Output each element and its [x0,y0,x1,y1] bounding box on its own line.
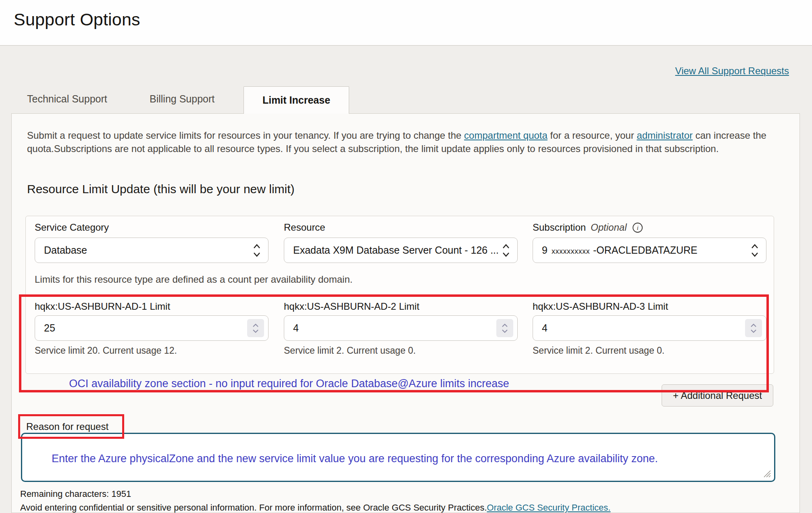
reason-textarea[interactable]: Enter the Azure physicalZone and the new… [22,434,774,481]
service-category-label: Service Category [35,222,269,233]
intro-text-1: Submit a request to update service limit… [27,130,464,141]
ad3-limit-value: 4 [542,322,745,334]
ad1-limit-label: hqkx:US-ASHBURN-AD-1 Limit [35,301,170,312]
intro-text-2: for a resource, your [548,130,637,141]
remaining-characters: Remaining characters: 1951 [20,489,131,499]
chevron-up-icon [252,323,259,327]
limits-note: Limits for this resource type are define… [35,274,352,285]
chevron-updown-icon [502,244,510,257]
resource-limit-form: Service Category Database Resource Exada… [25,216,774,374]
subscription-masked-id: xxxxxxxxxx [548,247,593,255]
subscription-optional-label: Optional [591,222,627,233]
chevron-down-icon [502,329,508,333]
subscription-field: Subscription Optional i 9xxxxxxxxxx-ORAC… [533,222,766,263]
ad2-limit-help: Service limit 2. Current usage 0. [284,345,416,356]
chevron-updown-icon [253,244,261,257]
subscription-label: Subscription [533,222,586,233]
chevron-down-icon [252,329,259,333]
administrator-link[interactable]: administrator [637,130,693,141]
additional-request-button[interactable]: + Additional Request [662,384,773,407]
ad3-limit-stepper[interactable] [745,319,762,337]
chevron-updown-icon [751,244,759,257]
service-category-select[interactable]: Database [35,238,269,263]
resource-limit-update-heading: Resource Limit Update (this will be your… [27,182,295,196]
subscription-select[interactable]: 9xxxxxxxxxx-ORACLEDBATAZURE [533,238,766,263]
ad2-limit-value: 4 [293,322,496,334]
resource-label: Resource [284,222,518,233]
chevron-up-icon [502,323,508,327]
resize-handle-icon[interactable] [762,468,772,479]
support-options-page: Support Options View All Support Request… [0,0,812,513]
ad2-limit-input[interactable]: 4 [284,315,518,341]
azure-zone-annotation: OCI availability zone section - no input… [27,377,551,390]
info-icon[interactable]: i [632,222,643,233]
ad1-limit-value: 25 [44,322,247,334]
service-category-value: Database [44,244,253,256]
page-title: Support Options [14,10,140,29]
compartment-quota-link[interactable]: compartment quota [464,130,548,141]
ad2-limit-label: hqkx:US-ASHBURN-AD-2 Limit [284,301,419,312]
ad2-limit-stepper[interactable] [496,319,513,337]
subscription-value: 9xxxxxxxxxx-ORACLEDBATAZURE [542,244,751,256]
ad1-limit-help: Service limit 20. Current usage 12. [35,345,177,356]
chevron-up-icon [750,323,757,327]
svg-text:i: i [637,225,639,231]
reason-for-request-label: Reason for request [26,421,108,432]
ad3-limit-help: Service limit 2. Current usage 0. [533,345,664,356]
tab-limit-increase[interactable]: Limit Increase [244,86,349,114]
security-notice: Avoid entering confidential or sensitive… [20,503,610,513]
intro-text: Submit a request to update service limit… [27,129,771,155]
reason-textarea-wrap: Enter the Azure physicalZone and the new… [21,433,775,482]
gcs-security-practices-link[interactable]: Oracle GCS Security Practices. [487,503,611,513]
service-category-field: Service Category Database [35,222,269,263]
security-notice-text: Avoid entering confidential or sensitive… [20,503,487,513]
resource-select[interactable]: Exadata X9M Database Server Count - 126 … [284,238,518,263]
resource-field: Resource Exadata X9M Database Server Cou… [284,222,518,263]
resource-value: Exadata X9M Database Server Count - 126 … [293,244,502,256]
tab-technical-support[interactable]: Technical Support [27,93,107,105]
page-header: Support Options [0,0,812,46]
ad1-limit-stepper[interactable] [247,319,264,337]
view-all-support-requests-link[interactable]: View All Support Requests [675,65,789,77]
tab-billing-support[interactable]: Billing Support [150,93,214,105]
ad3-limit-input[interactable]: 4 [533,315,766,341]
chevron-down-icon [750,329,757,333]
ad1-limit-input[interactable]: 25 [35,315,269,341]
ad3-limit-label: hqkx:US-ASHBURN-AD-3 Limit [533,301,668,312]
